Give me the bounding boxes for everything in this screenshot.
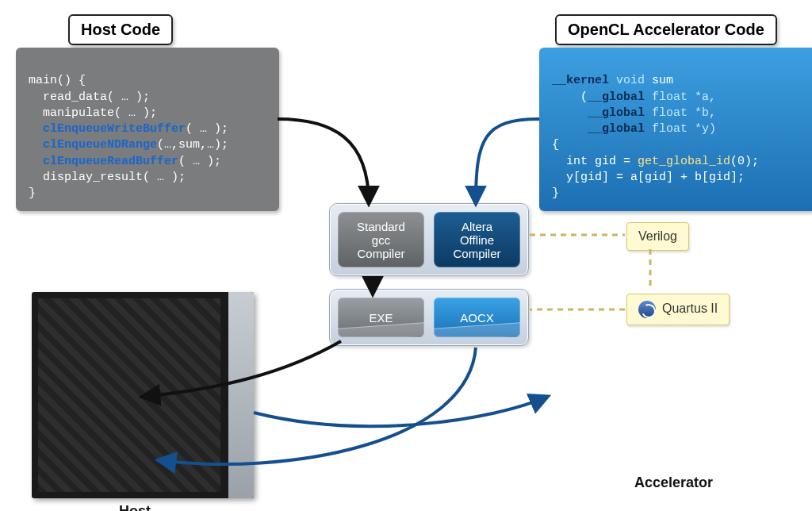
verilog-note: Verilog bbox=[626, 222, 689, 251]
code-line: main() { read_data( … ); manipulate( … )… bbox=[29, 74, 228, 200]
quartus-icon bbox=[638, 301, 656, 318]
host-code-title: Host Code bbox=[68, 14, 173, 45]
host-caption: Host bbox=[119, 503, 151, 511]
output-files-panel: EXE AOCX bbox=[329, 289, 529, 346]
compiler-panel: Standard gcc Compiler Altera Offline Com… bbox=[329, 203, 529, 276]
kernel-code-box: __kernel void sum (__global float *a, __… bbox=[539, 48, 812, 211]
exe-file-box: EXE bbox=[338, 298, 424, 337]
altera-compiler-box: Altera Offline Compiler bbox=[434, 212, 520, 267]
gcc-compiler-box: Standard gcc Compiler bbox=[338, 212, 424, 267]
host-hardware-image bbox=[32, 292, 254, 498]
accelerator-caption: Accelerator bbox=[634, 474, 713, 491]
quartus-note: Quartus II bbox=[626, 294, 730, 325]
kernel-code-title: OpenCL Accelerator Code bbox=[555, 14, 777, 45]
aocx-file-box: AOCX bbox=[434, 298, 520, 337]
code-line: __kernel void sum (__global float *a, __… bbox=[552, 74, 759, 200]
host-code-box: main() { read_data( … ); manipulate( … )… bbox=[16, 48, 279, 211]
